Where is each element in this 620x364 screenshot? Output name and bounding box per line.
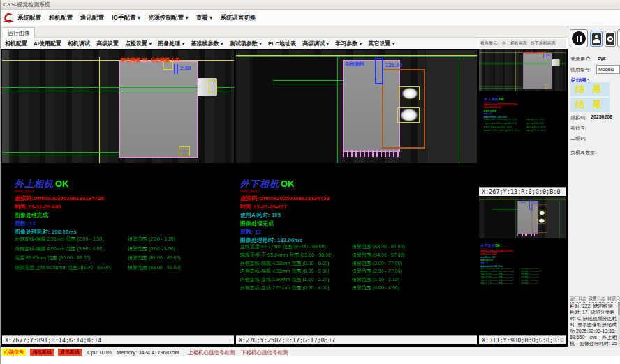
settings-button[interactable] bbox=[605, 31, 616, 47]
ai-box-label: AI检测框 bbox=[345, 61, 364, 68]
threshold-overlay-text: 静态阈值:93, 动态阈值:100 bbox=[121, 56, 179, 63]
toolbar-item[interactable]: 其它设置 ▾ bbox=[369, 40, 395, 47]
measurement-value: 宽度:83.05mm 范围:(80.00 - 86.00) bbox=[15, 255, 128, 264]
thumbnail-view-header: 视角显示:外上相机画面外下相机画面 bbox=[479, 39, 566, 48]
measure-bracket-blue bbox=[174, 64, 178, 74]
title-bar: CYS-视觉检测系统 bbox=[1, 0, 620, 10]
measurement-value: 外侧直线-隔膜:4.38mm 范围:(0.00 - 9.00) bbox=[240, 260, 352, 268]
left-camera-panel: 静态阈值:93, 动态阈值:100 2.88 外上相机OK M8R_B017 虚… bbox=[2, 50, 234, 335]
menu-item[interactable]: 系统配置 bbox=[17, 14, 41, 22]
menu-item[interactable]: 相机配置 bbox=[49, 14, 73, 22]
measurement-value: 隔膜宽度-上M:90.56mm 范围:(88.00 - 92.00) bbox=[484, 129, 526, 132]
alarm-range: 报警范围:(0.00 - 8.00) bbox=[128, 245, 175, 255]
toolbar-item[interactable]: 相机配置 bbox=[5, 40, 27, 47]
alarm-range: 报警范围:(2.00 - 77.00) bbox=[352, 260, 402, 268]
result-badge-bottom: 结 果 bbox=[570, 98, 610, 112]
model-label: 使用型号: bbox=[570, 66, 591, 73]
toolbar-item[interactable]: 高级设置 bbox=[96, 40, 119, 47]
measurement-row: 内侧直线-隔膜:4.60mm 范围:(3.00 - 6.00) 报警范围:(0.… bbox=[15, 245, 231, 255]
exit-button[interactable] bbox=[617, 29, 620, 47]
thumbnail-top-camera[interactable]: 静态阈值:93, 动态阈值:100 2.88 外上相机OK M8R_B017 虚… bbox=[479, 49, 566, 187]
log-tab[interactable]: 错误日志 bbox=[607, 296, 620, 303]
log-tabs: 运行日志设置日志错误日志 bbox=[570, 296, 620, 303]
left-camera-image[interactable]: 静态阈值:93, 动态阈值:100 2.88 bbox=[2, 50, 234, 163]
thumbnail-bottom-camera[interactable]: AI检测框 123.60 外下相机OK M8R_B017 虚拟码:Offline… bbox=[479, 197, 566, 335]
menu-item[interactable]: 查看 ▾ bbox=[196, 14, 213, 22]
alarm-range: 报警范围:(83.00 - 87.00) bbox=[352, 243, 405, 252]
separator-block bbox=[119, 61, 198, 158]
reel-number-label: 卷针号: bbox=[570, 125, 586, 132]
measurement-value: 直线宽度:83.77mm 范围:(82.00 - 88.00) bbox=[240, 243, 352, 252]
measurement-list: 直线宽度:83.77mm 范围:(82.00 - 88.00) 报警范围:(83… bbox=[480, 267, 565, 285]
layer-count-line: 层数: 13 bbox=[240, 228, 261, 236]
menu-item[interactable]: 光源控制配置 ▾ bbox=[148, 14, 189, 22]
center-cursor-coordbar: X:270;Y:2502;R:17;G:17;B:17 bbox=[236, 335, 477, 344]
gear-icon bbox=[606, 33, 614, 45]
virtual-code-line: 虚拟码:Offline20250208133134728 bbox=[15, 195, 104, 202]
app-status-bar: 心跳信号 相机断线 通讯断线 Cpu: 0.0% Memory: 3424.41… bbox=[1, 347, 620, 356]
virtual-code-value: 20250208 bbox=[591, 114, 612, 119]
measurement-row: 外侧直线-直线:2.61mm 范围:(0.60 - 4.00) 报警范围:(0.… bbox=[480, 282, 565, 285]
alarm-range: 报警范围:(0.60 - 4.00) bbox=[352, 285, 399, 293]
annotation-box-yellow-bottom bbox=[545, 85, 549, 89]
log-tab[interactable]: 运行日志 bbox=[570, 296, 586, 303]
product-code: M8R_B017 bbox=[240, 189, 260, 193]
time-line: 时间:13-31-59-600 bbox=[15, 203, 61, 211]
toolbar-item[interactable]: PLC地址表 bbox=[268, 40, 296, 47]
measurement-value: 隔膜宽度-上M:90.56mm 范围:(88.00 - 92.00) bbox=[15, 264, 128, 274]
product-code: M8R_B017 bbox=[484, 101, 491, 103]
camera-name: 外下相机 bbox=[240, 179, 279, 189]
left-camera-image[interactable]: 静态阈值:93, 动态阈值:100 2.88 bbox=[479, 49, 566, 91]
toolbar-item[interactable]: 学习参数 ▾ bbox=[335, 40, 362, 47]
annotation-box-yellow-2 bbox=[538, 218, 546, 224]
measurement-row: 隔膜宽度-下:95.24mm 范围:(93.00 - 98.00) 报警范围:(… bbox=[240, 252, 474, 260]
alarm-range: 报警范围:(0.60 - 4.00) bbox=[521, 282, 538, 285]
measurement-row: 内侧直线-直线:1.90mm 范围:(1.00 - 2.20) 报警范围:(1.… bbox=[240, 276, 474, 285]
toolbar-item[interactable]: 相机调试 bbox=[68, 40, 90, 47]
roi-line-yellow bbox=[2, 60, 234, 61]
threshold-overlay-text: 静态阈值:93, 动态阈值:100 bbox=[524, 51, 546, 54]
machine-band-dark bbox=[485, 200, 515, 238]
tab-run-image[interactable]: 运行图像 bbox=[3, 27, 35, 38]
alarm-range: 报警范围:(1.10 - 2.10) bbox=[352, 276, 399, 285]
annotation-box-yellow-2 bbox=[397, 107, 420, 123]
center-camera-image[interactable]: AI检测框 123.60 bbox=[236, 50, 477, 163]
toolbar-item[interactable]: 高级调试 ▾ bbox=[302, 40, 329, 47]
toolbar-item[interactable]: 测试项参数 ▾ bbox=[230, 40, 262, 47]
elapsed-line: 图像处理耗时: 298.00ms bbox=[15, 228, 77, 236]
thumb-view-top-toggle[interactable]: 外上相机画面 bbox=[502, 41, 527, 45]
separator-block bbox=[523, 53, 552, 89]
measurement-list: 外侧直线-隔膜:2.91mm 范围:(2.00 - 3.50) 报警范围:(2.… bbox=[484, 119, 565, 132]
app-logo-icon bbox=[3, 13, 14, 24]
measurement-value: 内侧直线-直线:1.90mm 范围:(1.00 - 2.20) bbox=[240, 276, 352, 285]
toolbar-item[interactable]: 图像处理 ▾ bbox=[158, 40, 184, 47]
machine-edge bbox=[2, 50, 9, 163]
alarm-range: 报警范围:(2.00 - 77.00) bbox=[352, 268, 402, 276]
login-user-label: 登录用户: bbox=[570, 56, 591, 63]
measurement-list: 直线宽度:83.77mm 范围:(82.00 - 88.00) 报警范围:(83… bbox=[240, 243, 474, 293]
separator-hatch bbox=[343, 150, 400, 157]
alarm-range: 报警范围:(89.00 - 91.00) bbox=[526, 129, 546, 132]
model-select[interactable]: Model1 bbox=[596, 65, 620, 74]
toolbar-item[interactable]: AI使用配置 bbox=[34, 40, 61, 47]
measurement-value: 内侧直线-隔膜:4.60mm 范围:(3.00 - 6.00) bbox=[15, 245, 128, 255]
camera-offline-badge: 相机断线 bbox=[30, 349, 54, 356]
toolbar-item[interactable]: 点检设置 ▾ bbox=[125, 40, 152, 47]
user-icon bbox=[592, 33, 601, 45]
login-user-button[interactable] bbox=[590, 31, 603, 47]
menu-bar: 系统配置相机配置通讯配置IO手配置 ▾光源控制配置 ▾查看 ▾系统语言切换 bbox=[1, 10, 620, 26]
center-camera-image[interactable]: AI检测框 123.60 bbox=[479, 197, 566, 238]
toolbar-item[interactable]: 基准线参数 ▾ bbox=[191, 40, 223, 47]
measurement-value: 隔膜宽度-下:95.24mm 范围:(93.00 - 98.00) bbox=[240, 252, 352, 260]
menu-item[interactable]: 通讯配置 bbox=[80, 14, 104, 22]
log-tab[interactable]: 设置日志 bbox=[589, 296, 605, 303]
machine-edge bbox=[479, 49, 482, 91]
ok-status: OK bbox=[55, 179, 69, 189]
menu-item[interactable]: 系统语言切换 bbox=[220, 14, 256, 22]
pause-button[interactable] bbox=[570, 29, 588, 47]
measurement-value: 外侧直线-直线:2.61mm 范围:(0.60 - 4.00) bbox=[480, 282, 521, 285]
measurement-row: 外侧直线-隔膜:2.91mm 范围:(2.00 - 3.50) 报警范围:(2.… bbox=[15, 236, 231, 245]
measurement-row: 外侧直线-隔膜:4.38mm 范围:(0.00 - 9.00) 报警范围:(2.… bbox=[240, 260, 474, 268]
menu-item[interactable]: IO手配置 ▾ bbox=[112, 14, 140, 22]
thumb-view-bottom-toggle[interactable]: 外下相机画面 bbox=[531, 41, 556, 45]
